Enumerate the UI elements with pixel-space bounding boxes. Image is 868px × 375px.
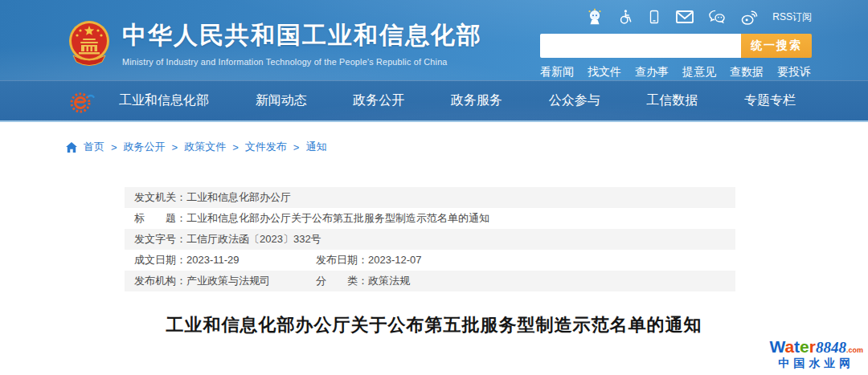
quick-link-2[interactable]: 找文件 <box>588 65 621 79</box>
breadcrumb: 首页>政务公开>政策文件>文件发布>通知 <box>66 140 326 154</box>
breadcrumb-item-1[interactable]: 首页 <box>84 140 104 154</box>
nav-item-3[interactable]: 政务公开 <box>353 92 404 109</box>
weibo-icon[interactable] <box>740 9 759 26</box>
meta-value: 政策法规 <box>368 275 410 287</box>
top-icon-bar: RSS订阅 <box>540 8 812 26</box>
accessibility-icon[interactable] <box>617 8 633 26</box>
meta-value: 2023-11-29 <box>186 254 240 266</box>
quick-link-5[interactable]: 查数据 <box>730 65 764 79</box>
nav-item-1[interactable]: 工业和信息化部 <box>119 92 209 109</box>
quick-link-3[interactable]: 查办事 <box>635 65 669 79</box>
rss-subscribe-link[interactable]: RSS订阅 <box>772 10 812 24</box>
watermark-letter: e <box>800 337 809 356</box>
meta-col2: 发布日期：2023-12-07 <box>316 250 422 271</box>
nav-item-6[interactable]: 工信数据 <box>646 92 698 109</box>
quick-links: 看新闻找文件查办事提意见查数据要投诉 <box>540 65 812 79</box>
search-button[interactable]: 统一搜索 <box>741 34 812 58</box>
document-meta-table: 发文机关：工业和信息化部办公厅标 题：工业和信息化部办公厅关于公布第五批服务型制… <box>125 187 735 291</box>
watermark-letter: a <box>784 337 794 356</box>
breadcrumb-separator: > <box>172 141 178 153</box>
breadcrumb-separator: > <box>293 141 300 153</box>
meta-label: 标 题： <box>134 212 186 224</box>
watermark-sitename: 中国水业网 <box>769 357 863 369</box>
meta-row: 成文日期：2023-11-29发布日期：2023-12-07 <box>125 250 735 271</box>
meta-row: 发文字号：工信厅政法函〔2023〕332号 <box>125 229 735 250</box>
meta-label: 成文日期： <box>134 254 186 266</box>
mail-icon[interactable] <box>675 9 694 25</box>
watermark-letter: r <box>809 337 816 356</box>
miit-swirl-logo-icon <box>69 89 96 115</box>
breadcrumb-item-4[interactable]: 文件发布 <box>245 140 287 154</box>
meta-value: 工业和信息化部办公厅关于公布第五批服务型制造示范名单的通知 <box>186 212 489 224</box>
meta-label: 发布日期： <box>316 254 368 266</box>
site-subtitle: Ministry of Industry and Information Tec… <box>122 57 482 67</box>
watermark-domain: .com <box>846 346 863 354</box>
breadcrumb-separator: > <box>111 141 117 153</box>
nav-items: 工业和信息化部新闻动态政务公开政务服务公众参与工信数据专题专栏 <box>119 92 796 109</box>
breadcrumb-separator: > <box>232 141 239 153</box>
breadcrumb-item-2[interactable]: 政务公开 <box>124 140 166 154</box>
watermark-suffix: 8848 <box>816 339 846 356</box>
meta-row: 标 题：工业和信息化部办公厅关于公布第五批服务型制造示范名单的通知 <box>125 208 735 229</box>
nav-item-4[interactable]: 政务服务 <box>451 92 502 109</box>
search-input[interactable] <box>540 34 741 58</box>
home-icon <box>66 142 77 153</box>
meta-label: 发文机关： <box>134 191 186 203</box>
watermark: Water8848.com 中国水业网 <box>769 338 863 369</box>
article-title: 工业和信息化部办公厅关于公布第五批服务型制造示范名单的通知 <box>0 313 868 337</box>
meta-col2: 分 类：政策法规 <box>316 271 410 291</box>
quick-link-1[interactable]: 看新闻 <box>540 65 574 79</box>
page: 中华人民共和国工业和信息化部 Ministry of Industry and … <box>0 0 868 375</box>
nav-item-7[interactable]: 专题专栏 <box>744 92 796 109</box>
meta-value: 工业和信息化部办公厅 <box>186 191 291 203</box>
quick-link-6[interactable]: 要投诉 <box>777 65 811 79</box>
national-emblem-icon <box>68 20 111 67</box>
quick-link-4[interactable]: 提意见 <box>682 65 716 79</box>
site-header: 中华人民共和国工业和信息化部 Ministry of Industry and … <box>0 0 868 80</box>
meta-row: 发文机关：工业和信息化部办公厅 <box>125 187 735 208</box>
breadcrumb-item-3[interactable]: 政策文件 <box>184 140 226 154</box>
meta-label: 发文字号： <box>134 233 186 245</box>
meta-value: 产业政策与法规司 <box>186 275 270 287</box>
content-area: 首页>政务公开>政策文件>文件发布>通知 发文机关：工业和信息化部办公厅标 题：… <box>0 122 868 373</box>
watermark-logo: Water8848.com <box>769 338 863 356</box>
main-navbar: 工业和信息化部新闻动态政务公开政务服务公众参与工信数据专题专栏 <box>0 80 868 122</box>
brand-text: 中华人民共和国工业和信息化部 Ministry of Industry and … <box>122 19 482 67</box>
breadcrumb-item-5: 通知 <box>305 140 326 154</box>
watermark-letter: W <box>769 337 784 356</box>
meta-label: 发布机构： <box>134 275 186 287</box>
meta-row: 发布机构：产业政策与法规司分 类：政策法规 <box>125 271 735 291</box>
header-right: RSS订阅 统一搜索 看新闻找文件查办事提意见查数据要投诉 <box>540 8 812 79</box>
meta-label: 分 类： <box>316 275 368 287</box>
nav-item-2[interactable]: 新闻动态 <box>256 92 307 109</box>
site-title: 中华人民共和国工业和信息化部 <box>122 19 482 52</box>
wechat-icon[interactable] <box>708 9 727 26</box>
mobile-icon[interactable] <box>647 8 661 26</box>
search-bar: 统一搜索 <box>540 34 812 58</box>
meta-value: 2023-12-07 <box>368 254 422 266</box>
rss-label: RSS订阅 <box>772 10 812 24</box>
site-brand[interactable]: 中华人民共和国工业和信息化部 Ministry of Industry and … <box>68 19 482 67</box>
mascot-assistant-icon[interactable] <box>586 8 604 26</box>
meta-value: 工信厅政法函〔2023〕332号 <box>186 233 321 245</box>
nav-item-5[interactable]: 公众参与 <box>549 92 600 109</box>
